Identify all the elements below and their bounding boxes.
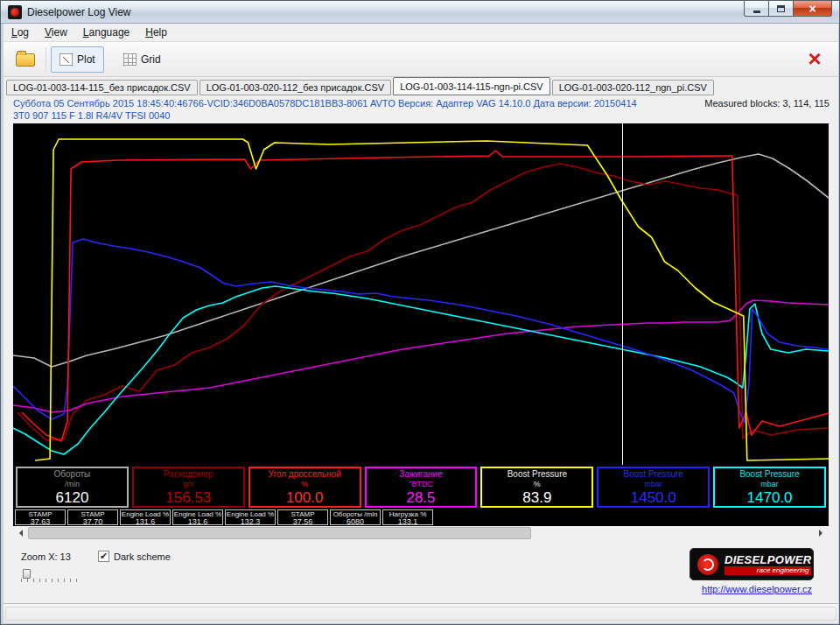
legend-row: Обороты /min 6120 Расходомер g/s 156.53 … xyxy=(13,467,829,508)
log-info-line2: 3T0 907 115 F 1.8l R4/4V TFSI 0040 xyxy=(13,110,170,121)
grid-toggle-button[interactable]: Grid xyxy=(116,46,169,73)
legend-title: Зажигание xyxy=(367,469,476,480)
slider-thumb[interactable] xyxy=(23,569,31,579)
tab-log-114-115-ngn-pi[interactable]: LOG-01-003-114-115-ngn-pi.CSV xyxy=(393,77,550,95)
plot-series-throttle xyxy=(22,151,829,441)
arrow-left-icon xyxy=(16,530,23,537)
dark-scheme-checkbox[interactable]: ✔ Dark scheme xyxy=(98,551,171,562)
close-log-icon: × xyxy=(808,46,821,72)
grid-table-icon xyxy=(123,53,136,66)
legend-value: 6120 xyxy=(18,488,127,507)
stamp-value: 6080 xyxy=(331,518,380,525)
status-bar-field xyxy=(5,607,836,621)
legend-box-throttle[interactable]: Угол дроссельной % 100.0 xyxy=(248,467,361,508)
maximize-icon xyxy=(777,5,785,12)
stamp-value: 37.56 xyxy=(278,518,327,525)
legend-box-maf[interactable]: Расходомер g/s 156.53 xyxy=(132,467,245,508)
legend-unit: /min xyxy=(18,480,127,488)
plot-toggle-button[interactable]: Plot xyxy=(51,46,104,73)
turbo-swirl-icon xyxy=(697,554,718,575)
open-folder-icon xyxy=(16,53,35,67)
dieselpower-link[interactable]: http://www.dieselpower.cz xyxy=(702,584,812,594)
stamp-box: Нагрузка % 133.1 xyxy=(382,509,433,525)
legend-unit: % xyxy=(482,480,592,488)
plot-chart-icon xyxy=(60,53,73,66)
stamp-box: Обороты /min 6080 xyxy=(330,509,381,525)
plot-svg[interactable] xyxy=(13,123,829,465)
toolbar-separator xyxy=(46,47,46,72)
scrollbar-thumb[interactable] xyxy=(28,527,531,539)
legend-unit: % xyxy=(250,480,360,488)
stamp-box: STAMP 37.70 xyxy=(67,509,118,525)
open-log-button[interactable] xyxy=(10,46,40,73)
footer-panel: Zoom X: 13 ✔ Dark scheme DIESELPOWER rac… xyxy=(4,540,838,603)
scroll-left-button[interactable] xyxy=(13,526,28,540)
legend-unit: mbar xyxy=(715,480,824,488)
menu-help[interactable]: Help xyxy=(137,24,175,41)
dark-scheme-label: Dark scheme xyxy=(114,551,171,562)
log-info-line1: Суббота 05 Сентябрь 2015 18:45:40:46766-… xyxy=(13,98,637,109)
toolbar: Plot Grid × xyxy=(4,42,838,77)
legend-title: Boost Pressure xyxy=(482,469,592,480)
stamp-value: 132.3 xyxy=(226,518,275,525)
stamp-box: STAMP 37.63 xyxy=(15,509,66,525)
minimize-icon xyxy=(753,11,760,13)
zoom-slider[interactable] xyxy=(19,569,84,583)
app-window: Dieselpower Log View × Log View Language… xyxy=(0,0,840,625)
plot-series-maf xyxy=(18,164,829,440)
client-area: Log View Language Help Plot Grid × LOG-0… xyxy=(4,24,838,623)
grid-toggle-label: Grid xyxy=(141,53,161,66)
legend-box-boost-pct[interactable]: Boost Pressure % 83.9 xyxy=(480,467,593,508)
window-controls: × xyxy=(745,1,832,17)
menu-log[interactable]: Log xyxy=(4,24,37,41)
tab-log-114-115-no-additive[interactable]: LOG-01-003-114-115_без присадок.CSV xyxy=(6,80,198,95)
legend-title: Обороты xyxy=(18,469,127,480)
scrollbar-track[interactable] xyxy=(28,526,814,540)
close-log-button[interactable]: × xyxy=(802,45,828,73)
stamp-box: STAMP 37.56 xyxy=(277,509,328,525)
file-tab-bar: LOG-01-003-114-115_без присадок.CSV LOG-… xyxy=(4,77,838,95)
legend-box-boost-mbar-a[interactable]: Boost Pressure mbar 1450.0 xyxy=(597,467,710,508)
stamp-value: 37.63 xyxy=(16,518,65,525)
plot-series-rpm xyxy=(13,154,829,367)
legend-value: 1470.0 xyxy=(715,488,824,507)
stamp-value: 131.6 xyxy=(121,518,170,525)
logo-title: DIESELPOWER xyxy=(724,554,811,565)
scroll-right-button[interactable] xyxy=(814,526,829,540)
maximize-button[interactable] xyxy=(768,1,794,17)
plot-panel: Обороты /min 6120 Расходомер g/s 156.53 … xyxy=(13,123,829,526)
tab-log-020-112-ngn-pi[interactable]: LOG-01-003-020-112_ngn_pi.CSV xyxy=(552,80,714,95)
stamp-row: STAMP 37.63 STAMP 37.70 Engine Load % 13… xyxy=(15,509,433,525)
plot-toggle-label: Plot xyxy=(77,53,95,66)
legend-unit: g/s xyxy=(134,480,243,488)
checkbox-box[interactable]: ✔ xyxy=(98,551,109,562)
menu-bar: Log View Language Help xyxy=(4,24,838,42)
menu-language[interactable]: Language xyxy=(75,24,137,41)
horizontal-scrollbar[interactable] xyxy=(13,526,829,540)
legend-title: Boost Pressure xyxy=(715,469,824,480)
legend-value: 1450.0 xyxy=(598,488,708,507)
dieselpower-logo: DIESELPOWER race engineering xyxy=(690,548,814,580)
tab-log-020-112-no-additive[interactable]: LOG-01-003-020-112_без присадок.CSV xyxy=(200,80,392,95)
legend-value: 156.53 xyxy=(134,488,243,507)
legend-value: 100.0 xyxy=(250,488,360,507)
slider-ticks xyxy=(21,579,82,582)
close-icon: × xyxy=(808,2,816,16)
legend-value: 83.9 xyxy=(482,488,592,507)
minimize-button[interactable] xyxy=(744,1,769,17)
measured-blocks-label: Measured blocks: 3, 114, 115 xyxy=(704,98,830,109)
zoom-x-label: Zoom X: 13 xyxy=(21,551,71,562)
legend-box-ignition[interactable]: Зажигание °BTDC 28.5 xyxy=(365,467,478,508)
checkmark-icon: ✔ xyxy=(100,551,108,561)
window-title: Dieselpower Log View xyxy=(27,6,131,18)
title-bar[interactable]: Dieselpower Log View × xyxy=(1,1,839,24)
stamp-value: 133.1 xyxy=(383,518,432,525)
legend-box-rpm[interactable]: Обороты /min 6120 xyxy=(16,467,129,508)
menu-view[interactable]: View xyxy=(37,24,75,41)
plot-series-boost-mbar-b xyxy=(13,286,829,454)
stamp-box: Engine Load % 131.6 xyxy=(172,509,223,525)
legend-unit: mbar xyxy=(598,480,708,488)
legend-box-boost-mbar-b[interactable]: Boost Pressure mbar 1470.0 xyxy=(713,467,826,508)
stamp-box: Engine Load % 132.3 xyxy=(225,509,276,525)
close-button[interactable]: × xyxy=(793,1,832,17)
